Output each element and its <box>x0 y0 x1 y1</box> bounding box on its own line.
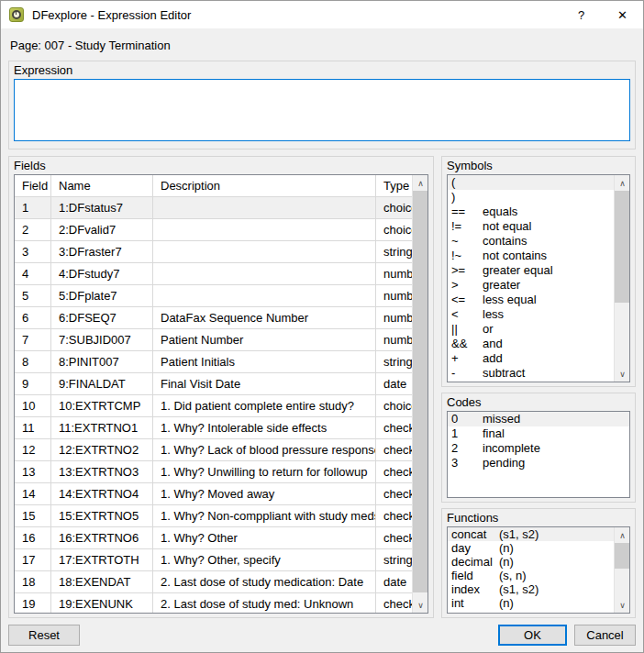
symbol-description[interactable]: subtract <box>483 366 614 381</box>
list-item[interactable]: day(n) <box>448 541 614 555</box>
table-row[interactable]: 44:DFstudy7number <box>15 263 412 285</box>
list-item[interactable]: !=not equal <box>448 219 614 234</box>
cell-description[interactable]: 1. Why? Other <box>153 527 376 549</box>
cell-type[interactable]: check ... <box>376 417 412 439</box>
list-item[interactable]: 0missed <box>448 412 629 426</box>
list-item[interactable]: ==equals <box>448 205 614 219</box>
symbol-description[interactable] <box>483 175 614 190</box>
function-name[interactable]: int <box>448 596 499 610</box>
cell-type[interactable]: check ... <box>376 483 412 505</box>
cell-description[interactable]: 1. Why? Non-comppliant with study meds <box>153 505 376 527</box>
cell-description[interactable]: 1. Did patient complete entire study? <box>153 395 376 417</box>
list-item[interactable]: ) <box>448 190 614 205</box>
expression-input[interactable] <box>14 79 630 141</box>
cell-field[interactable]: 19 <box>15 593 51 613</box>
symbol-glyph[interactable]: != <box>448 219 483 234</box>
cell-description[interactable]: 1. Why? Lack of blood pressure response <box>153 439 376 461</box>
cell-name[interactable]: 13:EXTRTNO3 <box>51 461 153 483</box>
cell-name[interactable]: 4:DFstudy7 <box>51 263 153 285</box>
cell-field[interactable]: 5 <box>15 285 51 307</box>
cell-description[interactable]: Patient Initials <box>153 351 376 373</box>
function-name[interactable]: day <box>448 541 499 555</box>
cell-name[interactable]: 17:EXTRTOTH <box>51 549 153 571</box>
symbol-description[interactable]: greater <box>483 278 614 293</box>
cell-field[interactable]: 10 <box>15 395 51 417</box>
symbol-description[interactable]: contains <box>483 234 614 249</box>
cell-type[interactable]: string <box>376 241 412 263</box>
symbol-description[interactable]: add <box>483 351 614 366</box>
symbol-glyph[interactable]: - <box>448 366 483 381</box>
cell-field[interactable]: 12 <box>15 439 51 461</box>
cell-type[interactable]: number <box>376 329 412 351</box>
cell-name[interactable]: 11:EXTRTNO1 <box>51 417 153 439</box>
code-description[interactable]: pending <box>483 456 629 470</box>
cell-type[interactable]: check ... <box>376 439 412 461</box>
cell-name[interactable]: 9:FINALDAT <box>51 373 153 395</box>
function-args[interactable]: (n) <box>499 555 614 569</box>
list-item[interactable]: >=greater equal <box>448 263 614 278</box>
cell-name[interactable]: 1:DFstatus7 <box>51 197 153 219</box>
list-item[interactable]: int(n) <box>448 596 614 610</box>
scroll-up-icon[interactable]: ∧ <box>615 175 630 191</box>
cell-type[interactable]: number <box>376 307 412 329</box>
list-item[interactable]: &&and <box>448 337 614 351</box>
symbol-description[interactable]: equals <box>483 205 614 219</box>
symbol-description[interactable]: not contains <box>483 249 614 263</box>
scrollbar-thumb[interactable] <box>615 543 630 569</box>
cell-field[interactable]: 18 <box>15 571 51 593</box>
scroll-down-icon[interactable]: ∨ <box>413 597 428 613</box>
cell-description[interactable] <box>153 219 376 241</box>
table-row[interactable]: 1515:EXTRTNO51. Why? Non-comppliant with… <box>15 505 412 527</box>
cell-field[interactable]: 14 <box>15 483 51 505</box>
list-item[interactable]: field(s, n) <box>448 569 614 582</box>
list-item[interactable]: >greater <box>448 278 614 293</box>
function-args[interactable]: (s1, s2) <box>499 582 614 596</box>
cell-field[interactable]: 15 <box>15 505 51 527</box>
cell-field[interactable]: 16 <box>15 527 51 549</box>
cell-name[interactable]: 2:DFvalid7 <box>51 219 153 241</box>
cell-field[interactable]: 6 <box>15 307 51 329</box>
table-row[interactable]: 1313:EXTRTNO31. Why? Unwilling to return… <box>15 461 412 483</box>
help-button[interactable]: ? <box>561 1 602 28</box>
cell-field[interactable]: 8 <box>15 351 51 373</box>
symbol-glyph[interactable]: >= <box>448 263 483 278</box>
scroll-down-icon[interactable]: ∨ <box>615 366 630 382</box>
cell-field[interactable]: 1 <box>15 197 51 219</box>
scroll-up-icon[interactable]: ∧ <box>413 175 428 191</box>
list-item[interactable]: ~contains <box>448 234 614 249</box>
symbol-glyph[interactable]: == <box>448 205 483 219</box>
cell-name[interactable]: 5:DFplate7 <box>51 285 153 307</box>
cell-description[interactable]: 2. Last dose of study medication: Date <box>153 571 376 593</box>
cell-type[interactable]: check ... <box>376 593 412 613</box>
cell-description[interactable] <box>153 263 376 285</box>
list-item[interactable]: concat(s1, s2) <box>448 527 614 541</box>
cell-description[interactable]: 1. Why? Intolerable side effects <box>153 417 376 439</box>
list-item[interactable]: julian("base/mm/dd") <box>448 610 614 613</box>
cell-field[interactable]: 2 <box>15 219 51 241</box>
cell-description[interactable]: 1. Why? Unwilling to return for followup <box>153 461 376 483</box>
symbol-glyph[interactable]: !~ <box>448 249 483 263</box>
list-item[interactable]: 1final <box>448 426 629 441</box>
cell-type[interactable]: choice... <box>376 197 412 219</box>
cell-name[interactable]: 12:EXTRTNO2 <box>51 439 153 461</box>
list-item[interactable]: +add <box>448 351 614 366</box>
table-row[interactable]: 11:DFstatus7choice... <box>15 197 412 219</box>
symbol-description[interactable] <box>483 190 614 205</box>
cell-type[interactable]: choice... <box>376 219 412 241</box>
cell-type[interactable]: number <box>376 263 412 285</box>
functions-scrollbar[interactable]: ∧ ∨ <box>614 527 629 613</box>
cell-description[interactable] <box>153 197 376 219</box>
code-description[interactable]: final <box>483 426 629 441</box>
code-value[interactable]: 0 <box>448 412 483 426</box>
symbol-description[interactable]: not equal <box>483 219 614 234</box>
symbol-description[interactable]: or <box>483 322 614 337</box>
cell-type[interactable]: choice... <box>376 395 412 417</box>
cell-type[interactable]: check ... <box>376 527 412 549</box>
function-args[interactable]: (n) <box>499 541 614 555</box>
function-args[interactable]: (n) <box>499 596 614 610</box>
symbol-glyph[interactable]: + <box>448 351 483 366</box>
cell-name[interactable]: 15:EXTRTNO5 <box>51 505 153 527</box>
table-row[interactable]: 77:SUBJID007Patient Numbernumber <box>15 329 412 351</box>
code-description[interactable]: missed <box>483 412 629 426</box>
list-item[interactable]: -subtract <box>448 366 614 381</box>
